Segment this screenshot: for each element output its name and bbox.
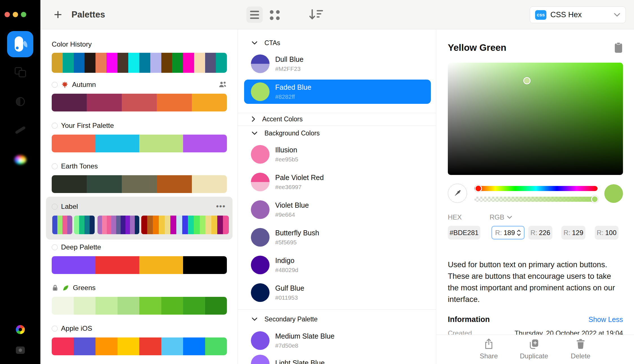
list-view-button[interactable]: [246, 6, 263, 23]
palette-strip[interactable]: [52, 175, 227, 193]
hue-slider-thumb[interactable]: [475, 185, 482, 192]
color-swatch[interactable]: [217, 216, 223, 234]
palette-strip[interactable]: [52, 135, 227, 152]
color-swatch[interactable]: [183, 135, 227, 152]
color-swatch[interactable]: [95, 297, 118, 315]
sv-picker-thumb[interactable]: [523, 77, 531, 84]
color-swatch[interactable]: [159, 216, 165, 234]
color-swatch[interactable]: [153, 216, 159, 234]
color-swatch[interactable]: [97, 216, 102, 234]
radio-button[interactable]: [52, 204, 58, 210]
rgb-value-field[interactable]: R: 189: [491, 226, 525, 240]
contrast-icon[interactable]: [0, 97, 40, 106]
color-swatch[interactable]: [87, 94, 122, 111]
show-less-link[interactable]: Show Less: [589, 315, 623, 324]
color-swatch[interactable]: [157, 175, 192, 193]
palette-row[interactable]: Apple iOS: [52, 324, 227, 356]
section-header-secondary[interactable]: Secondary Palette: [251, 314, 318, 324]
color-swatch[interactable]: [62, 216, 68, 234]
color-swatch[interactable]: [125, 216, 130, 234]
color-swatch[interactable]: [74, 297, 96, 315]
color-swatch[interactable]: [194, 216, 200, 234]
palette-strip[interactable]: [52, 94, 227, 111]
rgb-value-field[interactable]: R: 226: [528, 226, 552, 240]
color-row[interactable]: Indigo #48029d: [251, 256, 431, 274]
palette-row[interactable]: Greens: [52, 283, 227, 315]
color-swatch[interactable]: [135, 216, 139, 234]
sort-button[interactable]: [309, 8, 323, 21]
color-swatch[interactable]: [107, 216, 111, 234]
color-swatch[interactable]: [139, 337, 161, 355]
color-swatch[interactable]: [161, 297, 183, 315]
palette-strip[interactable]: [52, 297, 227, 315]
rgb-format-dropdown[interactable]: RGB: [490, 213, 512, 221]
rainbow-glow-icon[interactable]: [0, 155, 40, 164]
minimize-window-button[interactable]: [13, 12, 18, 17]
color-swatch[interactable]: [205, 337, 227, 355]
pen-icon[interactable]: [0, 129, 40, 131]
add-palette-button[interactable]: +: [51, 7, 65, 22]
sip-app-icon[interactable]: [7, 31, 33, 57]
color-swatch[interactable]: [84, 216, 90, 234]
color-swatch[interactable]: [211, 216, 217, 234]
color-swatch[interactable]: [74, 216, 79, 234]
color-swatch[interactable]: [90, 216, 95, 234]
eyedropper-button[interactable]: [448, 184, 467, 203]
color-swatch[interactable]: [52, 256, 95, 274]
copy-to-clipboard-button[interactable]: [614, 42, 623, 53]
color-swatch[interactable]: [102, 216, 107, 234]
color-swatch[interactable]: [139, 297, 161, 315]
color-swatch[interactable]: [95, 135, 139, 152]
radio-button[interactable]: [52, 244, 58, 250]
palette-row[interactable]: Label •••: [46, 197, 233, 240]
library-icon[interactable]: [0, 67, 40, 77]
color-swatch[interactable]: [116, 216, 121, 234]
color-swatch[interactable]: [205, 297, 227, 315]
color-swatch[interactable]: [130, 216, 134, 234]
color-swatch[interactable]: [95, 337, 118, 355]
color-swatch[interactable]: [79, 216, 84, 234]
delete-button[interactable]: Delete: [562, 338, 599, 360]
color-swatch[interactable]: [223, 216, 229, 234]
color-swatch[interactable]: [161, 337, 183, 355]
color-row[interactable]: Butterfly Bush #5f5695: [251, 228, 431, 247]
color-row[interactable]: Violet Blue #9e664: [251, 200, 431, 219]
color-row[interactable]: Medium Slate Blue #7d50e8: [251, 331, 431, 350]
color-wheel-icon[interactable]: [0, 325, 40, 334]
color-swatch[interactable]: [111, 216, 116, 234]
color-swatch[interactable]: [121, 216, 125, 234]
rgb-value-field[interactable]: R: 129: [561, 226, 585, 240]
color-row[interactable]: Gulf Blue #011953: [251, 283, 431, 302]
color-swatch[interactable]: [192, 175, 227, 193]
color-swatch[interactable]: [52, 135, 95, 152]
color-row[interactable]: Light Slate Blue: [251, 355, 431, 364]
color-swatch[interactable]: [52, 216, 57, 234]
color-swatch[interactable]: [205, 216, 211, 234]
color-swatch[interactable]: [122, 94, 157, 111]
palette-strip[interactable]: [52, 337, 227, 355]
color-swatch[interactable]: [182, 216, 188, 234]
more-menu-button[interactable]: •••: [216, 205, 226, 209]
zoom-window-button[interactable]: [21, 12, 26, 17]
alpha-slider[interactable]: [474, 197, 598, 202]
color-swatch[interactable]: [52, 337, 74, 355]
color-swatch[interactable]: [52, 94, 87, 111]
color-format-dropdown[interactable]: css CSS Hex: [530, 6, 626, 23]
saturation-brightness-picker[interactable]: [448, 63, 623, 175]
rgb-value-field[interactable]: R: 100: [595, 226, 618, 240]
hue-slider[interactable]: [474, 186, 598, 191]
color-swatch[interactable]: [118, 337, 140, 355]
duplicate-button[interactable]: Duplicate: [516, 338, 552, 360]
radio-button[interactable]: [52, 123, 58, 129]
color-swatch[interactable]: [52, 297, 74, 315]
color-swatch[interactable]: [183, 337, 205, 355]
color-row[interactable]: Dull Blue #M2FF23: [251, 54, 431, 73]
color-swatch[interactable]: [183, 297, 205, 315]
color-swatch[interactable]: [95, 256, 139, 274]
color-swatch[interactable]: [57, 216, 62, 234]
color-swatch[interactable]: [176, 216, 182, 234]
radio-button[interactable]: [52, 163, 58, 169]
palette-row[interactable]: Earth Tones: [52, 161, 227, 194]
color-swatch[interactable]: [192, 94, 227, 111]
color-row[interactable]: Faded Blue #8282ff: [244, 80, 431, 104]
